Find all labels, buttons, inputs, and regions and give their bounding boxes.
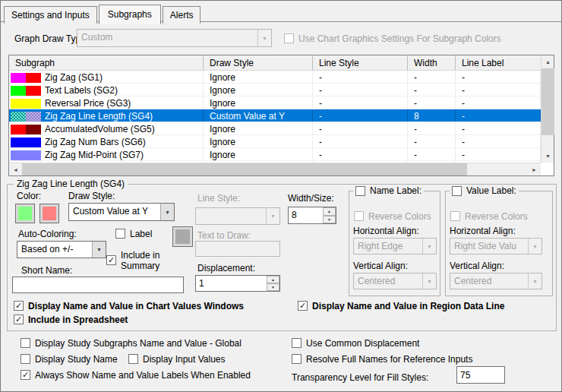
subgraph-color-swatch: [11, 138, 41, 147]
draw-style-select[interactable]: Custom Value at Y ▼: [68, 203, 175, 221]
column-header-line-style[interactable]: Line Style: [313, 55, 408, 70]
cell-line-label: -: [456, 122, 541, 134]
table-row[interactable]: Zig Zag Mid-Point (SG7)Ignore---: [9, 148, 541, 161]
display-input-values-checkbox[interactable]: Display Input Values: [128, 354, 226, 365]
always-show-labels-checkbox[interactable]: ✓ Always Show Name and Value Labels When…: [21, 370, 251, 381]
vertical-scrollbar[interactable]: ▲ ▼: [541, 55, 554, 163]
column-header-width[interactable]: Width: [408, 55, 456, 70]
chevron-down-icon: ▼: [422, 239, 436, 254]
subgraphs-panel: Graph Draw Type: Custom ▼ Use Chart Grap…: [1, 21, 561, 391]
table-row[interactable]: Zig Zag Line Length (SG4)Custom Value at…: [9, 109, 541, 122]
subgraph-table: Subgraph Draw Style Line Style Width Lin…: [8, 55, 554, 176]
displacement-stepper[interactable]: 1 ▲ ▼: [195, 275, 280, 292]
table-row[interactable]: Zig Zag (SG1)Ignore---: [9, 71, 541, 84]
checkbox-icon: [292, 354, 302, 364]
table-row[interactable]: Zig Zag Num Bars (SG6)Ignore---: [9, 135, 541, 148]
short-name-label: Short Name:: [21, 265, 72, 276]
subgraph-table-header: Subgraph Draw Style Line Style Width Lin…: [9, 55, 554, 71]
spin-up-icon[interactable]: ▲: [267, 276, 279, 283]
subgraph-rows: Zig Zag (SG1)Ignore---Text Labels (SG2)I…: [9, 71, 541, 163]
cell-width: -: [408, 135, 456, 147]
checkbox-icon: [450, 211, 460, 221]
cell-subgraph: Zig Zag Num Bars (SG6): [9, 135, 204, 147]
cell-width: -: [408, 96, 456, 109]
draw-style-value: Custom Value at Y: [69, 204, 160, 220]
displacement-label: Displacement:: [197, 263, 255, 273]
horizontal-scrollbar[interactable]: ◄ ►: [9, 163, 541, 175]
auto-coloring-label: Auto-Coloring:: [18, 229, 77, 239]
cell-line-style: -: [313, 135, 408, 147]
subgraph-name: Zig Zag Line Length (SG4): [45, 111, 153, 122]
short-name-input[interactable]: [12, 277, 184, 293]
table-row[interactable]: Reversal Price (SG3)Ignore---: [9, 96, 541, 109]
use-common-displacement-checkbox[interactable]: Use Common Displacement: [292, 338, 419, 349]
spin-up-icon[interactable]: ▲: [323, 207, 336, 216]
display-study-name-checkbox[interactable]: Display Study Name: [21, 354, 118, 365]
line-style-select: ▼: [195, 207, 280, 225]
subgraph-color-swatch: [11, 99, 41, 109]
label-color-button[interactable]: [172, 226, 193, 247]
study-settings-dialog: Settings and Inputs Subgraphs Alerts Gra…: [0, 0, 562, 392]
column-header-subgraph[interactable]: Subgraph: [9, 55, 204, 70]
table-row[interactable]: AccumulatedVolume (SG5)Ignore---: [9, 122, 541, 135]
transparency-label: Transparency Level for Fill Styles:: [292, 372, 428, 383]
cell-subgraph: AccumulatedVolume (SG5): [9, 122, 204, 134]
chevron-down-icon: ▼: [528, 239, 541, 254]
spin-down-icon[interactable]: ▼: [267, 283, 279, 291]
cell-draw-style: Ignore: [204, 84, 313, 96]
spin-down-icon[interactable]: ▼: [323, 216, 336, 224]
scroll-right-icon[interactable]: ►: [528, 163, 541, 175]
column-header-line-label[interactable]: Line Label: [456, 55, 541, 70]
column-header-draw-style[interactable]: Draw Style: [204, 55, 313, 70]
label-checkbox[interactable]: Label: [115, 229, 152, 239]
display-global-checkbox[interactable]: Display Study Subgraphs Name and Value -…: [21, 338, 242, 349]
resolve-full-names-checkbox[interactable]: Resolve Full Names for Reference Inputs: [292, 354, 472, 365]
include-in-summary-checkbox[interactable]: ✓ Include in Summary: [106, 250, 194, 271]
cell-draw-style: Ignore: [204, 122, 313, 134]
value-label-group: Value Label: Reverse Colors Horizontal A…: [445, 191, 553, 296]
name-horizontal-align-select: Right Edge ▼: [353, 238, 437, 254]
table-row[interactable]: Text Labels (SG2)Ignore---: [9, 84, 541, 96]
name-vertical-align-select: Centered ▼: [353, 273, 437, 289]
label-color-chip: [175, 229, 190, 244]
cell-line-label: -: [456, 148, 541, 160]
draw-style-label: Draw Style:: [68, 191, 115, 201]
primary-color-button[interactable]: [15, 204, 35, 223]
width-size-stepper[interactable]: 8 ▲ ▼: [288, 207, 336, 224]
scroll-up-icon[interactable]: ▲: [541, 55, 554, 68]
tab-alerts[interactable]: Alerts: [163, 6, 201, 24]
text-to-draw-label: Text to Draw:: [197, 230, 251, 241]
graph-draw-type-value: Custom: [77, 30, 257, 46]
transparency-input[interactable]: [456, 366, 505, 384]
include-spreadsheet-checkbox[interactable]: ✓ Include in Spreadsheet: [14, 315, 128, 325]
name-label-checkbox[interactable]: Name Label:: [353, 185, 424, 196]
display-chart-values-checkbox[interactable]: ✓ Display Name and Value in Chart Values…: [14, 301, 244, 311]
display-region-data-checkbox[interactable]: ✓ Display Name and Value in Region Data …: [298, 301, 504, 311]
cell-subgraph: Reversal Price (SG3): [9, 96, 204, 109]
checkbox-icon: ✓: [298, 301, 308, 311]
primary-color-chip: [18, 207, 32, 220]
secondary-color-button[interactable]: [39, 204, 59, 223]
name-reverse-colors-checkbox: Reverse Colors: [354, 211, 431, 222]
subgraph-color-swatch: [11, 112, 41, 122]
auto-coloring-select[interactable]: Based on +/- ▼: [17, 241, 106, 258]
value-horizontal-align-select: Right Side Valu ▼: [450, 238, 542, 254]
value-label-checkbox[interactable]: Value Label:: [450, 185, 519, 196]
chevron-down-icon: ▼: [266, 208, 279, 224]
chevron-down-icon: ▼: [422, 273, 436, 289]
scroll-left-icon[interactable]: ◄: [9, 163, 22, 175]
tab-settings-and-inputs[interactable]: Settings and Inputs: [4, 6, 97, 24]
subgraph-name: Text Labels (SG2): [45, 85, 118, 96]
name-horizontal-align-label: Horizontal Align:: [353, 226, 419, 236]
vertical-scrollbar-thumb[interactable]: [541, 68, 554, 135]
subgraph-color-swatch: [11, 73, 41, 83]
subgraph-name: Zig Zag (SG1): [45, 72, 103, 83]
tab-subgraphs[interactable]: Subgraphs: [99, 5, 161, 24]
checkbox-icon: ✓: [14, 301, 24, 311]
checkbox-icon: [452, 186, 462, 196]
horizontal-scrollbar-thumb[interactable]: [22, 163, 467, 175]
cell-draw-style: Ignore: [204, 135, 313, 147]
cell-subgraph: Zig Zag Line Length (SG4): [9, 109, 204, 122]
scroll-down-icon[interactable]: ▼: [541, 150, 554, 163]
auto-coloring-value: Based on +/-: [17, 242, 92, 258]
